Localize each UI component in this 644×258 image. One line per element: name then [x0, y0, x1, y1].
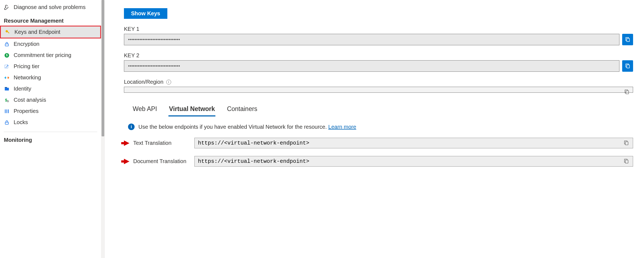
pricing-icon [4, 64, 10, 70]
endpoint-row-text: Text Translation [124, 138, 633, 148]
sidebar: Diagnose and solve problems Resource Man… [0, 0, 101, 258]
sidebar-item-label: Diagnose and solve problems [14, 4, 86, 10]
svg-rect-13 [626, 91, 629, 94]
sidebar-item-cost-analysis[interactable]: $ Cost analysis [0, 94, 101, 106]
document-translation-input[interactable] [197, 158, 622, 165]
dollar-circle-icon: $ [4, 52, 10, 58]
arrow-icon [124, 159, 129, 164]
copy-doc-endpoint-button[interactable] [622, 158, 630, 165]
endpoint-tabs: Web API Virtual Network Containers [124, 104, 633, 116]
copy-icon [625, 36, 630, 43]
svg-rect-15 [625, 160, 628, 163]
scrollbar-thumb[interactable] [102, 0, 104, 136]
svg-point-0 [6, 30, 8, 32]
copy-location-button[interactable] [623, 89, 631, 96]
sidebar-item-label: Properties [14, 108, 38, 114]
sidebar-item-label: Keys and Endpoint [14, 29, 60, 35]
svg-rect-12 [627, 65, 630, 68]
sidebar-item-pricing-tier[interactable]: Pricing tier [0, 61, 101, 72]
svg-rect-1 [7, 31, 9, 33]
text-translation-input[interactable] [197, 140, 622, 146]
sidebar-item-label: Locks [14, 119, 28, 125]
sidebar-item-diagnose[interactable]: Diagnose and solve problems [0, 2, 101, 13]
document-translation-input-wrap [194, 156, 633, 167]
copy-icon [625, 63, 630, 70]
copy-text-endpoint-button[interactable] [622, 140, 630, 146]
sidebar-item-label: Pricing tier [14, 63, 39, 70]
main-panel: Show Keys KEY 1 KEY 2 Location/Region i [105, 0, 644, 258]
lock-icon [4, 119, 10, 125]
tab-web-api[interactable]: Web API [132, 104, 158, 116]
cost-icon: $ [4, 97, 10, 103]
key-icon [5, 29, 11, 35]
identity-icon [4, 86, 10, 92]
svg-point-9 [7, 100, 9, 102]
svg-rect-7 [5, 87, 7, 88]
sidebar-item-label: Cost analysis [14, 97, 46, 103]
key1-input[interactable] [124, 34, 619, 45]
key2-input[interactable] [124, 60, 619, 72]
sidebar-item-encryption[interactable]: Encryption [0, 38, 101, 50]
vnet-info-bar: i Use the below endpoints if you have en… [124, 124, 633, 130]
document-translation-label: Document Translation [133, 158, 191, 164]
sidebar-scrollbar[interactable] [101, 0, 105, 258]
svg-rect-10 [5, 122, 8, 124]
arrow-icon [124, 140, 129, 146]
text-translation-label: Text Translation [133, 140, 191, 146]
sidebar-section-monitoring: Monitoring [0, 132, 101, 145]
sidebar-item-identity[interactable]: Identity [0, 83, 101, 94]
svg-text:$: $ [5, 98, 7, 102]
svg-rect-2 [5, 44, 8, 46]
sidebar-item-locks[interactable]: Locks [0, 117, 101, 128]
properties-icon [4, 108, 10, 114]
show-keys-button[interactable]: Show Keys [124, 8, 167, 19]
sidebar-item-properties[interactable]: Properties [0, 106, 101, 117]
key1-label: KEY 1 [124, 26, 633, 32]
svg-rect-11 [627, 38, 630, 41]
info-icon: i [128, 124, 135, 130]
sidebar-item-label: Commitment tier pricing [14, 52, 71, 58]
copy-key1-button[interactable] [622, 34, 633, 45]
location-label: Location/Region i [124, 79, 633, 85]
text-translation-input-wrap [194, 138, 633, 148]
svg-rect-6 [5, 88, 9, 90]
copy-key2-button[interactable] [622, 60, 633, 72]
sidebar-section-resource-mgmt: Resource Management [0, 13, 101, 26]
tab-containers[interactable]: Containers [226, 104, 258, 116]
lock-icon [4, 41, 10, 47]
learn-more-link[interactable]: Learn more [328, 124, 356, 130]
sidebar-item-label: Encryption [14, 41, 40, 47]
svg-rect-5 [5, 65, 8, 68]
info-icon[interactable]: i [166, 80, 171, 85]
tab-virtual-network[interactable]: Virtual Network [168, 104, 215, 116]
svg-rect-14 [625, 142, 628, 145]
sidebar-item-label: Identity [14, 86, 31, 92]
sidebar-item-commitment-tier[interactable]: $ Commitment tier pricing [0, 50, 101, 61]
sidebar-item-keys-endpoint[interactable]: Keys and Endpoint [0, 26, 101, 38]
info-text: Use the below endpoints if you have enab… [138, 124, 328, 130]
sidebar-item-networking[interactable]: Networking [0, 72, 101, 83]
sidebar-item-label: Networking [14, 74, 41, 81]
svg-text:$: $ [6, 54, 8, 57]
key2-label: KEY 2 [124, 52, 633, 59]
location-input[interactable] [124, 87, 633, 93]
endpoint-row-document: Document Translation [124, 156, 633, 167]
networking-icon [4, 75, 10, 81]
wrench-icon [4, 4, 10, 10]
